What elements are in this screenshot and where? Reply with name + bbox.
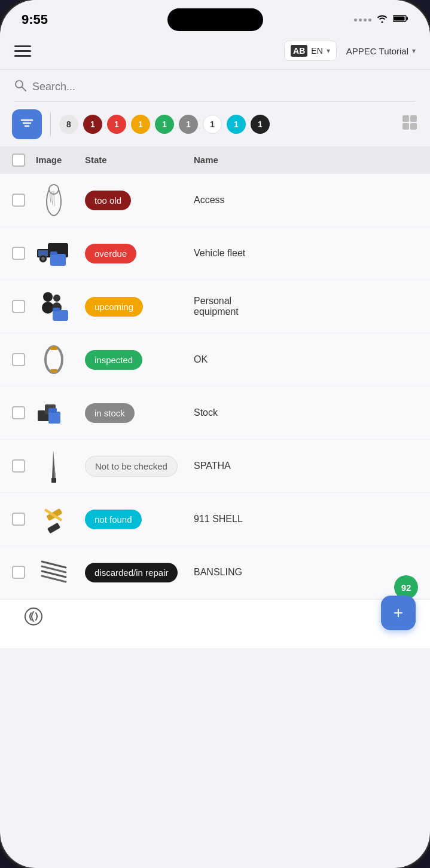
battery-icon <box>393 14 408 25</box>
table-row[interactable]: in stock Stock <box>0 387 430 440</box>
header-right: AB EN ▾ APPEC Tutorial ▾ <box>284 41 416 61</box>
row-2-checkbox[interactable] <box>12 247 25 260</box>
svg-rect-9 <box>410 115 417 122</box>
lang-chevron-icon: ▾ <box>327 47 330 55</box>
row-1-image <box>36 182 72 218</box>
row-4-state-badge: inspected <box>85 350 142 370</box>
row-3-checkbox[interactable] <box>12 300 25 313</box>
row-7-checkbox[interactable] <box>12 513 25 526</box>
grid-view-button[interactable] <box>401 114 418 134</box>
row-7-state-badge: not found <box>85 510 142 529</box>
filter-chip-all[interactable]: 8 <box>59 115 78 134</box>
row-8-name: BANSLING <box>194 567 242 577</box>
header-checkbox[interactable] <box>12 154 25 167</box>
signal-icon <box>354 19 371 22</box>
row-7-name: 911 SHELL <box>194 514 243 524</box>
search-wrapper <box>14 79 416 102</box>
svg-point-43 <box>25 608 42 625</box>
status-icons <box>354 14 408 25</box>
language-selector[interactable]: AB EN ▾ <box>284 41 337 61</box>
app-header: AB EN ▾ APPEC Tutorial ▾ <box>0 32 430 70</box>
add-icon: + <box>394 603 403 622</box>
filter-chip-inspected[interactable]: 1 <box>155 115 174 134</box>
svg-point-17 <box>41 257 45 260</box>
svg-rect-8 <box>402 115 409 122</box>
row-3-image <box>36 289 72 324</box>
table-row[interactable]: inspected OK <box>0 333 430 387</box>
svg-rect-34 <box>48 408 57 413</box>
name-column-header: Name <box>194 155 218 165</box>
table-row[interactable]: Not to be checked SPATHA <box>0 440 430 493</box>
hamburger-line-2 <box>14 50 31 52</box>
table-row[interactable]: discarded/in repair BANSLING <box>0 546 430 599</box>
phone-screen: 9:55 <box>0 0 430 868</box>
bottom-bar: 92 + <box>0 599 430 648</box>
row-5-name: Stock <box>194 407 218 418</box>
row-5-checkbox[interactable] <box>12 406 25 419</box>
status-time: 9:55 <box>22 12 48 27</box>
image-column-header: Image <box>36 155 62 165</box>
row-6-state-badge: Not to be checked <box>85 456 178 477</box>
filter-divider <box>50 112 51 136</box>
search-icon <box>14 79 26 94</box>
filter-chip-overdue[interactable]: 1 <box>107 115 126 134</box>
svg-rect-2 <box>394 17 405 21</box>
table-row[interactable]: overdue Vehicle fleet <box>0 227 430 280</box>
svg-point-28 <box>45 346 62 373</box>
nfc-button[interactable] <box>24 607 43 630</box>
filter-bar: 8 1 1 1 1 1 1 1 1 <box>0 102 430 146</box>
row-2-state-badge: overdue <box>85 244 136 263</box>
svg-rect-1 <box>407 17 408 20</box>
filter-chip-gray[interactable]: 1 <box>179 115 198 134</box>
table-header-row: Image State Name <box>0 146 430 174</box>
table-row[interactable]: not found 911 SHELL <box>0 493 430 546</box>
filter-chip-upcoming[interactable]: 1 <box>131 115 150 134</box>
svg-rect-33 <box>48 412 60 424</box>
svg-point-3 <box>16 81 23 88</box>
row-8-image <box>36 554 72 590</box>
row-6-checkbox[interactable] <box>12 459 25 473</box>
add-item-button[interactable]: + <box>381 596 416 630</box>
lang-label: EN <box>311 46 322 56</box>
row-1-checkbox[interactable] <box>12 194 25 207</box>
svg-rect-29 <box>50 346 57 350</box>
filter-button[interactable] <box>12 109 42 139</box>
filter-chips: 8 1 1 1 1 1 1 1 1 <box>59 115 395 134</box>
row-4-name: OK <box>194 354 208 364</box>
table-row[interactable]: upcoming Personalequipment <box>0 280 430 333</box>
filter-chip-white[interactable]: 1 <box>203 115 222 134</box>
row-7-image <box>36 501 72 537</box>
row-8-checkbox[interactable] <box>12 566 25 579</box>
search-input[interactable] <box>32 81 416 93</box>
row-3-state-badge: upcoming <box>85 297 143 317</box>
svg-point-22 <box>43 292 53 302</box>
svg-rect-11 <box>410 123 417 130</box>
svg-line-4 <box>22 87 26 91</box>
lang-icon: AB <box>291 45 307 57</box>
row-3-name: Personalequipment <box>194 296 239 317</box>
wifi-icon <box>376 14 388 25</box>
row-6-image <box>36 448 72 484</box>
notification-count: 92 <box>401 582 411 593</box>
search-bar <box>0 70 430 102</box>
hamburger-line-3 <box>14 55 31 57</box>
svg-rect-21 <box>50 251 57 255</box>
row-4-image <box>36 342 72 378</box>
hamburger-menu-button[interactable] <box>14 45 31 57</box>
filter-icon <box>20 118 33 131</box>
row-6-name: SPATHA <box>194 461 231 471</box>
row-4-checkbox[interactable] <box>12 353 25 366</box>
phone-frame: 9:55 <box>0 0 430 868</box>
table-row[interactable]: too old Access <box>0 174 430 227</box>
row-2-image <box>36 235 72 271</box>
row-1-state-badge: too old <box>85 191 131 210</box>
row-2-name: Vehicle fleet <box>194 248 245 258</box>
filter-chip-too-old[interactable]: 1 <box>83 115 102 134</box>
svg-rect-38 <box>47 523 60 534</box>
svg-rect-20 <box>50 254 66 266</box>
workspace-selector[interactable]: APPEC Tutorial ▾ <box>346 46 416 56</box>
filter-chip-black[interactable]: 1 <box>251 115 270 134</box>
workspace-chevron-icon: ▾ <box>412 47 416 55</box>
filter-chip-cyan[interactable]: 1 <box>227 115 246 134</box>
svg-rect-30 <box>50 369 57 373</box>
